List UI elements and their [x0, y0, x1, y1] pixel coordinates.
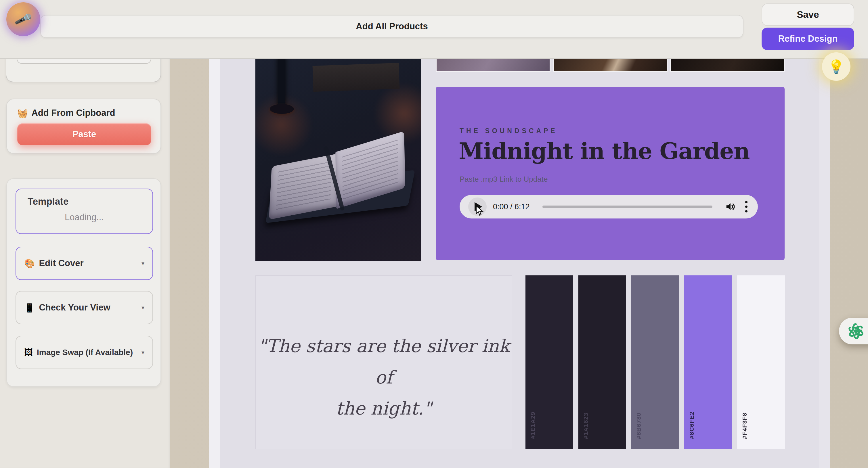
playback-time: 0:00 / 6:12	[493, 202, 530, 211]
edit-cover-label: Edit Cover	[39, 258, 84, 268]
image-swap-dropdown[interactable]: 🖼 Image Swap (If Available) ▾	[16, 336, 153, 369]
scrolled-card-partial	[6, 59, 161, 82]
clipboard-heading: 🧺 Add From Cipboard	[17, 108, 115, 118]
app-root: THE SOUNDSCAPE Midnight in the Garden Pa…	[0, 0, 868, 468]
atom-icon	[846, 322, 865, 341]
chevron-down-icon: ▾	[142, 304, 144, 311]
lightbulb-icon: 💡	[828, 59, 844, 74]
scrolled-card-inner	[17, 59, 151, 64]
gallery-thumb-drapes[interactable]	[670, 59, 784, 72]
basket-icon: 🧺	[17, 108, 28, 118]
seek-bar[interactable]	[542, 205, 712, 208]
canvas-left-gutter	[209, 59, 220, 468]
play-icon	[474, 202, 482, 211]
candle-glow	[255, 93, 319, 156]
soundscape-card[interactable]: THE SOUNDSCAPE Midnight in the Garden Pa…	[436, 87, 784, 260]
palette-hex-label: #F4F3F8	[741, 412, 748, 439]
candlestick-silhouette	[278, 59, 285, 107]
gallery-thumb-lavender[interactable]	[436, 59, 551, 72]
audio-player: 0:00 / 6:12	[460, 195, 758, 219]
cover-image[interactable]	[255, 59, 421, 261]
clipboard-card: 🧺 Add From Cipboard Paste	[6, 99, 161, 154]
volume-icon[interactable]	[725, 201, 736, 212]
palette-swatch-3[interactable]: #6B6780	[631, 275, 679, 449]
design-canvas: THE SOUNDSCAPE Midnight in the Garden Pa…	[209, 59, 830, 468]
quote-card[interactable]: "The stars are the silver ink of the nig…	[255, 275, 512, 449]
quote-text: "The stars are the silver ink of the nig…	[256, 331, 512, 424]
check-your-view-dropdown[interactable]: 📱 Check Your View ▾	[16, 291, 153, 324]
play-button[interactable]	[468, 198, 487, 216]
open-book-illustration	[262, 137, 415, 234]
tips-lightbulb-button[interactable]: 💡	[822, 52, 850, 81]
refine-design-button[interactable]: Refine Design	[762, 28, 854, 50]
palette-hex-label: #1A1623	[582, 412, 589, 439]
template-loading-status: Loading...	[16, 212, 152, 223]
quote-line-1: "The stars are the silver ink of	[256, 331, 512, 393]
palette-hex-label: #8C6FE2	[688, 411, 695, 439]
player-menu-button[interactable]	[743, 200, 749, 213]
phone-icon: 📱	[24, 303, 35, 313]
template-title: Template	[28, 196, 68, 207]
add-all-products-button[interactable]: Add All Products	[40, 15, 743, 38]
palette-swatch-5[interactable]: #F4F3F8	[737, 275, 785, 449]
paste-button[interactable]: Paste	[17, 123, 151, 145]
edit-cover-dropdown[interactable]: 🎨 Edit Cover ▾	[16, 247, 153, 280]
image-swap-label: Image Swap (If Available)	[37, 348, 133, 357]
palette-swatch-2[interactable]: #1A1623	[578, 275, 626, 449]
sidebar: 🧺 Add From Cipboard Paste Template Loadi…	[0, 59, 170, 468]
check-your-view-label: Check Your View	[39, 302, 110, 313]
template-box[interactable]: Template Loading...	[16, 189, 153, 234]
brand-avatar[interactable]: 🎤	[6, 2, 40, 36]
book-stack-silhouette	[313, 63, 400, 92]
photo-strip	[436, 59, 784, 72]
microphone-icon: 🎤	[13, 10, 33, 29]
palette-hex-label: #6B6780	[635, 412, 642, 439]
soundscape-eyebrow: THE SOUNDSCAPE	[460, 127, 558, 135]
tools-card: Template Loading... 🎨 Edit Cover ▾ 📱 Che…	[6, 178, 161, 387]
chevron-down-icon: ▾	[142, 349, 144, 356]
mp3-link-hint: Paste .mp3 Link to Update	[460, 175, 548, 184]
palette-icon: 🎨	[24, 259, 35, 268]
extension-pill-button[interactable]	[839, 317, 868, 344]
clipboard-heading-label: Add From Cipboard	[31, 108, 115, 118]
palette-swatch-4[interactable]: #8C6FE2	[684, 275, 732, 449]
save-button[interactable]: Save	[762, 3, 854, 26]
quote-line-2: the night."	[256, 393, 512, 424]
canvas-right-gutter	[819, 59, 830, 468]
palette-swatch-1[interactable]: #1E1A29	[525, 275, 573, 449]
soundscape-title: Midnight in the Garden	[459, 138, 749, 164]
framed-picture-icon: 🖼	[24, 347, 33, 357]
gallery-thumb-book[interactable]	[553, 59, 668, 72]
chevron-down-icon: ▾	[142, 260, 144, 267]
palette-hex-label: #1E1A29	[529, 412, 536, 439]
